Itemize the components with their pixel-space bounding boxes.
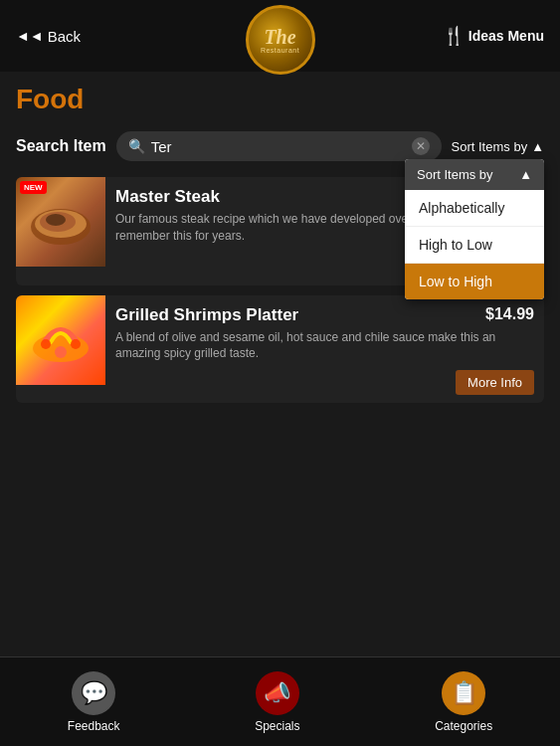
sort-option-alphabetically[interactable]: Alphabetically xyxy=(405,190,544,227)
logo: The Restaurant xyxy=(246,5,315,75)
food-price-shrimps: $14.99 xyxy=(485,305,534,323)
svg-point-7 xyxy=(55,346,67,358)
sort-dropdown: Sort Items by ▲ Alphabetically High to L… xyxy=(405,159,544,299)
sort-header-chevron: ▲ xyxy=(519,167,532,182)
nav-item-categories[interactable]: 📋 Categories xyxy=(435,671,492,733)
sort-header-label: Sort Items by xyxy=(417,167,493,182)
back-chevron-icon: ◄◄ xyxy=(16,28,44,44)
food-name-row-shrimps: Grilled Shrimps Platter $14.99 xyxy=(115,305,534,325)
nav-item-specials[interactable]: 📣 Specials xyxy=(255,671,299,733)
food-details-shrimps: Grilled Shrimps Platter $14.99 A blend o… xyxy=(105,295,544,404)
food-image-shrimps xyxy=(16,295,105,385)
svg-point-3 xyxy=(46,214,66,226)
sort-button[interactable]: Sort Items by ▲ xyxy=(452,139,544,154)
food-image-master-steak: NEW xyxy=(16,177,105,267)
sort-option-low-to-high[interactable]: Low to High xyxy=(405,264,544,299)
search-label: Search Item xyxy=(16,137,106,155)
ideas-menu-label: Ideas Menu xyxy=(468,28,544,44)
back-label: Back xyxy=(48,28,81,45)
sort-label: Sort Items by xyxy=(452,139,528,154)
food-item-grilled-shrimps: Grilled Shrimps Platter $14.99 A blend o… xyxy=(16,295,544,404)
more-info-button-shrimps[interactable]: More Info xyxy=(456,370,534,395)
specials-icon: 📣 xyxy=(256,671,299,715)
ideas-menu-button[interactable]: 🍴 Ideas Menu xyxy=(443,25,544,47)
food-name: Master Steak xyxy=(115,187,220,207)
svg-point-6 xyxy=(71,339,81,349)
search-clear-button[interactable]: ✕ xyxy=(412,137,430,155)
food-desc-shrimps: A blend of olive and sesame oil, hot sau… xyxy=(115,329,534,363)
page-title: Food xyxy=(0,72,560,123)
categories-label: Categories xyxy=(435,719,492,733)
sort-dropdown-header: Sort Items by ▲ xyxy=(405,159,544,190)
categories-icon: 📋 xyxy=(442,671,485,715)
logo-the-text: The xyxy=(264,27,295,47)
new-badge: NEW xyxy=(20,181,47,194)
feedback-label: Feedback xyxy=(68,719,120,733)
sort-chevron-icon: ▲ xyxy=(531,139,544,154)
search-input-wrapper[interactable]: 🔍 ✕ xyxy=(116,131,442,161)
logo-restaurant-text: Restaurant xyxy=(261,47,299,54)
feedback-icon: 💬 xyxy=(72,671,115,715)
fork-knife-icon: 🍴 xyxy=(443,25,465,47)
specials-label: Specials xyxy=(255,719,299,733)
food-name-shrimps: Grilled Shrimps Platter xyxy=(115,305,298,325)
bottom-nav: 💬 Feedback 📣 Specials 📋 Categories xyxy=(0,656,560,746)
search-icon: 🔍 xyxy=(128,138,145,154)
nav-item-feedback[interactable]: 💬 Feedback xyxy=(68,671,120,733)
sort-option-high-to-low[interactable]: High to Low xyxy=(405,227,544,264)
back-button[interactable]: ◄◄ Back xyxy=(16,28,81,45)
search-input[interactable] xyxy=(151,138,406,155)
svg-point-5 xyxy=(41,339,51,349)
header: ◄◄ Back The Restaurant 🍴 Ideas Menu xyxy=(0,0,560,72)
